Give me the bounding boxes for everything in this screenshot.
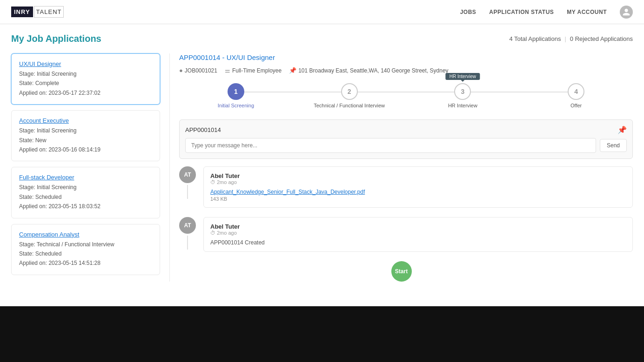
meta-location: 📌 101 Broadway East, Seattle,WA, 140 Geo… — [289, 67, 448, 74]
step-3: HR Interview 3 HR Interview — [406, 83, 520, 108]
timeline-author-1: Abel Tuter — [210, 172, 626, 179]
application-list: UX/UI Designer Stage: Initial Screening … — [11, 53, 169, 282]
paperclip-icon[interactable]: 📌 — [617, 125, 627, 134]
location-icon: 📌 — [289, 67, 296, 74]
app-card-applied: Applied on: 2023-05-15 14:51:28 — [19, 258, 152, 268]
page-content: My Job Applications 4 Total Applications… — [0, 24, 644, 306]
timeline: AT Abel Tuter ⏱ 2mo ago Applicant_Knowle… — [179, 166, 633, 282]
job-type-value: Full-Time Employee — [232, 67, 282, 74]
detail-title: APP0001014 - UX/UI Designer — [179, 53, 633, 61]
user-avatar[interactable] — [620, 6, 633, 19]
app-card-applied: Applied on: 2023-05-17 22:37:02 — [19, 88, 152, 98]
message-area-id: APP0001014 — [185, 126, 221, 133]
main-layout: UX/UI Designer Stage: Initial Screening … — [11, 53, 633, 282]
brand-inry: INRY — [11, 7, 33, 17]
start-circle: Start — [391, 261, 412, 282]
app-card-title[interactable]: UX/UI Designer — [19, 60, 152, 67]
app-card-state: State: New — [19, 136, 152, 145]
app-card-stage: Stage: Initial Screening — [19, 69, 152, 79]
app-card-stage: Stage: Technical / Functional Interview — [19, 240, 152, 249]
step-circle-4: 4 — [568, 83, 584, 100]
job-id-value: JOB0001021 — [185, 67, 217, 74]
page-header: My Job Applications 4 Total Applications… — [11, 33, 633, 44]
step-circle-3: 3 — [454, 83, 471, 100]
brand-logo[interactable]: INRY TALENT — [11, 6, 64, 18]
brand-talent: TALENT — [34, 6, 64, 18]
timeline-file-link[interactable]: Applicant_Knowledge_Senior_Full_Stack_Ja… — [210, 189, 626, 195]
step-label-4: Offer — [570, 103, 582, 108]
meta-job-id: ● JOB0001021 — [179, 67, 217, 74]
app-card-state: State: Scheduled — [19, 192, 152, 202]
app-card-applied: Applied on: 2023-05-15 18:03:52 — [19, 202, 152, 211]
job-type-icon: ⚌ — [225, 67, 230, 74]
timeline-line-2 — [187, 236, 188, 250]
total-applications: 4 Total Applications — [509, 35, 561, 42]
location-value: 101 Broadway East, Seattle,WA, 140 Georg… — [298, 67, 448, 74]
app-card-fullstack-developer[interactable]: Full-stack Developer Stage: Initial Scre… — [11, 167, 160, 218]
timeline-time-2: ⏱ 2mo ago — [210, 230, 626, 236]
app-card-state: State: Complete — [19, 79, 152, 88]
step-circle-1: 1 — [228, 83, 244, 100]
app-card-uxui-designer[interactable]: UX/UI Designer Stage: Initial Screening … — [11, 53, 160, 105]
timeline-author-2: Abel Tuter — [210, 223, 626, 230]
navbar: INRY TALENT JOBS APPLICATION STATUS MY A… — [0, 0, 644, 24]
timeline-left-1: AT — [179, 166, 196, 199]
rejected-count: 0 Rejected Applications — [570, 35, 633, 42]
stats-divider: | — [564, 35, 566, 42]
nav-links: JOBS APPLICATION STATUS MY ACCOUNT — [460, 6, 633, 19]
detail-panel: APP0001014 - UX/UI Designer ● JOB0001021… — [169, 53, 633, 282]
message-input[interactable] — [185, 138, 596, 153]
message-input-row: Send — [185, 138, 627, 153]
timeline-file-size: 143 KB — [210, 196, 626, 202]
app-card-title[interactable]: Account Executive — [19, 117, 152, 124]
message-area-header: APP0001014 📌 — [185, 125, 627, 134]
timeline-content-1: Abel Tuter ⏱ 2mo ago Applicant_Knowledge… — [203, 166, 633, 208]
clock-icon-2: ⏱ — [210, 230, 215, 236]
detail-meta: ● JOB0001021 ⚌ Full-Time Employee 📌 101 … — [179, 67, 633, 74]
step-badge-hr-interview: HR Interview — [446, 73, 480, 80]
clock-icon-1: ⏱ — [210, 179, 215, 185]
timeline-left-2: AT — [179, 217, 196, 250]
timeline-line-1 — [187, 185, 188, 199]
timeline-avatar-2: AT — [179, 217, 196, 234]
app-card-title[interactable]: Full-stack Developer — [19, 174, 152, 181]
timeline-item-1: AT Abel Tuter ⏱ 2mo ago Applicant_Knowle… — [179, 166, 633, 208]
nav-application-status[interactable]: APPLICATION STATUS — [489, 9, 554, 15]
step-1: 1 Initial Screening — [179, 83, 293, 108]
app-card-applied: Applied on: 2023-05-16 08:14:19 — [19, 145, 152, 154]
footer-bar — [0, 306, 644, 362]
app-card-compensation-analyst[interactable]: Compensation Analyst Stage: Technical / … — [11, 224, 160, 275]
app-stats: 4 Total Applications | 0 Rejected Applic… — [509, 35, 633, 42]
app-card-stage: Stage: Initial Screening — [19, 183, 152, 192]
timeline-message: APP0001014 Created — [210, 239, 626, 246]
step-circle-2: 2 — [341, 83, 358, 100]
meta-job-type: ⚌ Full-Time Employee — [225, 67, 282, 74]
timeline-item-2: AT Abel Tuter ⏱ 2mo ago APP0001014 Creat… — [179, 217, 633, 252]
job-id-icon: ● — [179, 67, 183, 74]
app-card-stage: Stage: Initial Screening — [19, 126, 152, 135]
app-card-state: State: Scheduled — [19, 249, 152, 258]
step-label-1: Initial Screening — [218, 103, 254, 108]
page-title: My Job Applications — [11, 33, 101, 44]
app-card-title[interactable]: Compensation Analyst — [19, 231, 152, 238]
app-card-account-executive[interactable]: Account Executive Stage: Initial Screeni… — [11, 110, 160, 161]
send-button[interactable]: Send — [600, 139, 627, 152]
timeline-time-1: ⏱ 2mo ago — [210, 179, 626, 185]
step-label-3: HR Interview — [448, 103, 477, 108]
timeline-avatar-1: AT — [179, 166, 196, 183]
nav-jobs[interactable]: JOBS — [460, 9, 476, 15]
nav-my-account[interactable]: MY ACCOUNT — [567, 9, 607, 15]
steps-container: 1 Initial Screening 2 Technical / Functi… — [179, 83, 633, 108]
timeline-start: Start — [170, 261, 633, 282]
step-2: 2 Technical / Functional Interview — [293, 83, 406, 108]
timeline-content-2: Abel Tuter ⏱ 2mo ago APP0001014 Created — [203, 217, 633, 252]
step-label-2: Technical / Functional Interview — [314, 103, 385, 108]
message-area: APP0001014 📌 Send — [179, 119, 633, 159]
step-4: 4 Offer — [519, 83, 633, 108]
